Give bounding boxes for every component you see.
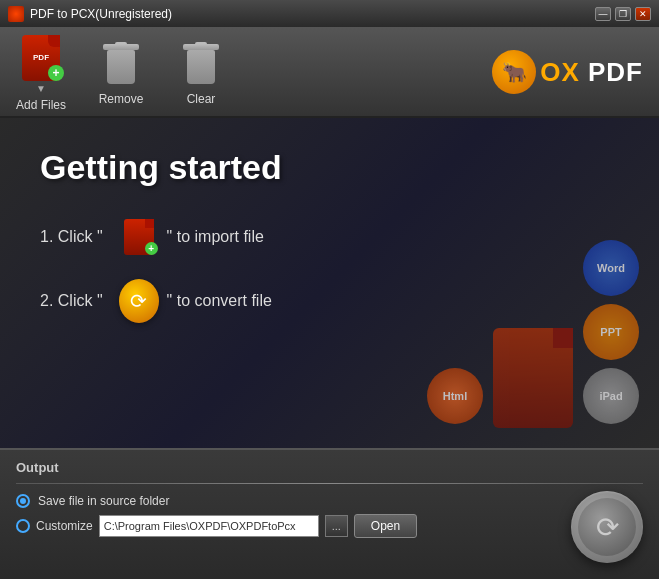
customize-radio[interactable] xyxy=(16,519,30,533)
logo-ox: OX xyxy=(540,57,580,87)
output-section: Output Save file in source folder Custom… xyxy=(0,448,659,579)
save-source-label: Save file in source folder xyxy=(38,494,169,508)
step2-text-post: " to convert file xyxy=(167,292,272,310)
add-files-button[interactable]: + ▼ Add Files xyxy=(16,33,66,112)
logo: 🐂 OX PDF xyxy=(492,50,643,94)
customize-radio-row: Customize ... Open xyxy=(16,514,643,538)
window-title: PDF to PCX(Unregistered) xyxy=(30,7,172,21)
clear-label: Clear xyxy=(187,92,216,106)
convert-big-button[interactable]: ⟳ xyxy=(571,491,643,563)
add-badge-icon: + xyxy=(48,65,64,81)
customize-label: Customize xyxy=(36,519,93,533)
html-format-icon: Html xyxy=(427,368,483,424)
import-add-icon: + xyxy=(145,242,158,255)
step2-text-pre: 2. Click " xyxy=(40,292,103,310)
word-format-icon: Word xyxy=(583,240,639,296)
path-input[interactable] xyxy=(99,515,319,537)
browse-button[interactable]: ... xyxy=(325,515,348,537)
clear-icon-wrap xyxy=(176,38,226,88)
title-bar: PDF to PCX(Unregistered) — ❐ ✕ xyxy=(0,0,659,28)
step1-icon: + xyxy=(119,217,159,257)
output-label: Output xyxy=(16,460,643,475)
clear-button[interactable]: Clear xyxy=(176,38,226,106)
open-button[interactable]: Open xyxy=(354,514,417,538)
restore-button[interactable]: ❐ xyxy=(615,7,631,21)
output-divider xyxy=(16,483,643,484)
step1-text-post: " to import file xyxy=(167,228,264,246)
minimize-button[interactable]: — xyxy=(595,7,611,21)
save-source-radio-row: Save file in source folder xyxy=(16,494,643,508)
getting-started-title: Getting started xyxy=(40,148,619,187)
clear-trash-icon xyxy=(183,42,219,84)
import-pdf-icon: + xyxy=(124,219,154,255)
convert-big-icon: ⟳ xyxy=(578,498,636,556)
ipad-format-icon: iPad xyxy=(583,368,639,424)
dropdown-arrow-icon: ▼ xyxy=(36,83,46,94)
remove-trash-icon xyxy=(103,42,139,84)
add-files-label: Add Files xyxy=(16,98,66,112)
bg-format-icons: Html Word PPT iPad xyxy=(427,240,639,428)
title-controls: — ❐ ✕ xyxy=(595,7,651,21)
remove-icon-wrap xyxy=(96,38,146,88)
step2-icon: ⟳ xyxy=(119,281,159,321)
main-content: Getting started 1. Click " + " to import… xyxy=(0,118,659,448)
convert-icon: ⟳ xyxy=(119,279,159,323)
close-button[interactable]: ✕ xyxy=(635,7,651,21)
toolbar: + ▼ Add Files Remove Clear 🐂 OX PDF xyxy=(0,28,659,118)
ppt-format-icon: PPT xyxy=(583,304,639,360)
add-files-icon-wrap: + xyxy=(16,33,66,83)
logo-text: OX PDF xyxy=(540,57,643,88)
bg-pdf-large-icon xyxy=(493,328,573,428)
step1-text-pre: 1. Click " xyxy=(40,228,103,246)
save-source-radio[interactable] xyxy=(16,494,30,508)
logo-pdf: PDF xyxy=(580,57,643,87)
remove-button[interactable]: Remove xyxy=(96,38,146,106)
app-icon xyxy=(8,6,24,22)
remove-label: Remove xyxy=(99,92,144,106)
ox-logo-icon: 🐂 xyxy=(492,50,536,94)
title-bar-left: PDF to PCX(Unregistered) xyxy=(8,6,172,22)
